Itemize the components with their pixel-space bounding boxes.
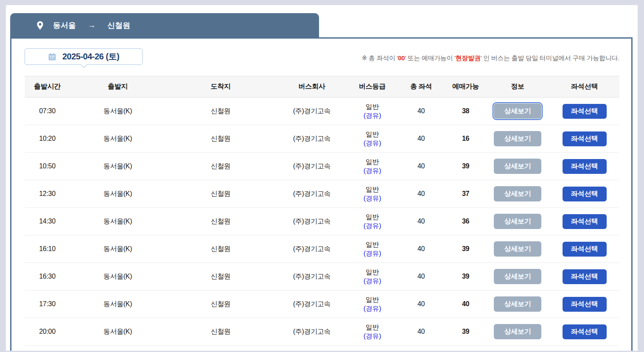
- departure-time: 10:20: [25, 125, 70, 153]
- bus-company: (주)경기고속: [276, 98, 348, 125]
- grade-label: 일반: [366, 186, 379, 193]
- detail-button[interactable]: 상세보기: [494, 296, 541, 312]
- total-seats: 40: [397, 318, 445, 346]
- detail-button[interactable]: 상세보기: [494, 241, 541, 257]
- bus-grade: 일반(경유): [348, 153, 397, 180]
- detail-button[interactable]: 상세보기: [494, 103, 541, 119]
- column-header-seat-select: 좌석선택: [549, 76, 619, 98]
- via-label: (경유): [364, 195, 381, 202]
- table-row: 17:30 동서울(K) 신철원 (주)경기고속 일반(경유) 40 40 상세…: [25, 291, 619, 318]
- destination: 신철원: [165, 208, 276, 235]
- total-seats: 40: [397, 180, 445, 208]
- total-seats: 40: [397, 263, 445, 291]
- origin: 동서울(K): [70, 153, 165, 180]
- origin: 동서울(K): [70, 263, 165, 291]
- grade-label: 일반: [366, 268, 379, 276]
- column-header-info: 정보: [486, 76, 549, 98]
- origin: 동서울(K): [70, 291, 165, 318]
- column-header-departure-time: 출발시간: [25, 76, 70, 98]
- departure-time: 20:00: [25, 318, 70, 346]
- seat-select-button[interactable]: 좌석선택: [563, 297, 607, 312]
- detail-button[interactable]: 상세보기: [494, 214, 541, 229]
- seat-select-button[interactable]: 좌석선택: [563, 269, 607, 284]
- destination: 신철원: [165, 125, 276, 153]
- notice-part: ' 또는 예매가능이 ': [405, 54, 456, 61]
- total-seats: 40: [397, 125, 445, 153]
- grade-label: 일반: [366, 241, 379, 248]
- origin: 동서울(K): [70, 180, 165, 208]
- notice-part: ※ 총 좌석이 ': [362, 54, 398, 61]
- via-label: (경유): [364, 140, 381, 147]
- seat-select-button[interactable]: 좌석선택: [563, 214, 607, 229]
- bus-company: (주)경기고속: [276, 180, 348, 208]
- origin: 동서울(K): [70, 318, 165, 346]
- bus-grade: 일반(경유): [348, 235, 397, 263]
- table-row: 07:30 동서울(K) 신철원 (주)경기고속 일반(경유) 40 38 상세…: [25, 98, 619, 125]
- total-seats: 40: [397, 291, 445, 318]
- seat-select-button[interactable]: 좌석선택: [563, 131, 607, 146]
- available-seats: 36: [445, 208, 486, 235]
- bus-grade: 일반(경유): [348, 125, 397, 153]
- seat-select-button[interactable]: 좌석선택: [563, 187, 607, 201]
- detail-button[interactable]: 상세보기: [494, 186, 541, 201]
- tab-origin-label: 동서울: [53, 20, 76, 31]
- available-seats: 39: [445, 235, 486, 263]
- bus-company: (주)경기고속: [276, 291, 348, 318]
- departure-time: 17:30: [25, 291, 70, 318]
- destination: 신철원: [165, 153, 276, 180]
- notice-highlight-onsite: 현장발권: [456, 54, 481, 61]
- departure-time: 12:30: [25, 180, 70, 208]
- bus-grade: 일반(경유): [348, 318, 397, 346]
- detail-button[interactable]: 상세보기: [494, 324, 541, 339]
- bus-company: (주)경기고속: [276, 125, 348, 153]
- bus-company: (주)경기고속: [276, 235, 348, 263]
- content-page: 동서울 → 신철원: [6, 5, 638, 351]
- schedule-panel: 2025-04-26 (토) ※ 총 좌석이 '00' 또는 예매가능이 '현장…: [10, 37, 633, 351]
- tab-destination-label: 신철원: [107, 20, 130, 31]
- available-seats: 16: [445, 125, 486, 153]
- seat-select-button[interactable]: 좌석선택: [563, 104, 607, 119]
- detail-button[interactable]: 상세보기: [494, 131, 541, 146]
- column-header-origin: 출발지: [70, 76, 165, 98]
- route-tab[interactable]: 동서울 → 신철원: [10, 13, 319, 37]
- via-label: (경유): [364, 277, 381, 285]
- detail-button[interactable]: 상세보기: [494, 269, 541, 284]
- destination: 신철원: [165, 263, 276, 291]
- table-row: 20:00 동서울(K) 신철원 (주)경기고속 일반(경유) 40 39 상세…: [25, 318, 619, 346]
- grade-label: 일반: [366, 158, 379, 165]
- via-label: (경유): [364, 250, 381, 257]
- header-row: 출발시간 출발지 도착지 버스회사 버스등급 총 좌석 예매가능 정보 좌석선택: [25, 76, 619, 98]
- detail-button[interactable]: 상세보기: [494, 159, 541, 174]
- grade-label: 일반: [366, 103, 379, 110]
- origin: 동서울(K): [70, 235, 165, 263]
- location-pin-icon: [36, 21, 44, 30]
- table-row: 16:10 동서울(K) 신철원 (주)경기고속 일반(경유) 40 39 상세…: [25, 235, 619, 263]
- destination: 신철원: [165, 98, 276, 125]
- available-seats: 39: [445, 318, 486, 346]
- grade-label: 일반: [366, 213, 379, 221]
- available-seats: 39: [445, 153, 486, 180]
- table-row: 14:30 동서울(K) 신철원 (주)경기고속 일반(경유) 40 36 상세…: [25, 208, 619, 235]
- date-picker-button[interactable]: 2025-04-26 (토): [25, 48, 143, 65]
- departure-time: 16:10: [25, 235, 70, 263]
- bus-company: (주)경기고속: [276, 153, 348, 180]
- total-seats: 40: [397, 235, 445, 263]
- departure-time: 16:30: [25, 263, 70, 291]
- grade-label: 일반: [366, 131, 379, 138]
- column-header-company: 버스회사: [276, 76, 348, 98]
- available-seats: 38: [445, 98, 486, 125]
- origin: 동서울(K): [70, 125, 165, 153]
- notice-part: ' 인 버스는 출발 당일 터미널에서 구매 가능합니다.: [480, 54, 619, 61]
- departure-time: 14:30: [25, 208, 70, 235]
- seat-select-button[interactable]: 좌석선택: [563, 324, 607, 339]
- via-label: (경유): [364, 167, 381, 174]
- notice-text: ※ 총 좌석이 '00' 또는 예매가능이 '현장발권' 인 버스는 출발 당일…: [362, 54, 619, 65]
- destination: 신철원: [165, 291, 276, 318]
- seat-select-button[interactable]: 좌석선택: [563, 159, 607, 174]
- via-label: (경유): [364, 332, 381, 340]
- bus-grade: 일반(경유): [348, 208, 397, 235]
- available-seats: 37: [445, 180, 486, 208]
- seat-select-button[interactable]: 좌석선택: [563, 242, 607, 257]
- schedule-table: 출발시간 출발지 도착지 버스회사 버스등급 총 좌석 예매가능 정보 좌석선택…: [25, 76, 619, 346]
- column-header-grade: 버스등급: [348, 76, 397, 98]
